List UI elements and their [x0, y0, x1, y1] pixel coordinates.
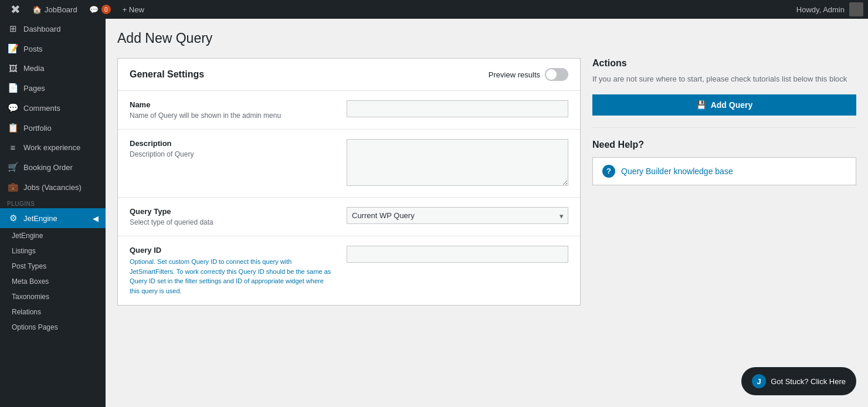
preview-results-label: Preview results [489, 70, 540, 79]
sidebar: ⊞ Dashboard 📝 Posts 🖼 Media 📄 Pages 💬 Co… [0, 19, 106, 407]
add-query-label: Add Query [711, 100, 753, 110]
sidebar-item-work-experience[interactable]: ≡ Work experience [0, 138, 106, 157]
description-textarea[interactable] [347, 139, 568, 186]
query-id-section: Query ID Optional. Set custom Query ID t… [118, 236, 580, 305]
name-sublabel: Name of Query will be shown in the admin… [130, 111, 335, 120]
sub-menu-label: Relations [12, 308, 41, 316]
query-id-input[interactable] [347, 246, 568, 263]
dashboard-icon: ⊞ [7, 23, 19, 34]
help-link-text: Query Builder knowledge base [621, 167, 733, 176]
description-section: Description Description of Query [118, 130, 580, 198]
site-name-link[interactable]: 🏠 JobBoard [26, 0, 83, 19]
home-icon: 🏠 [32, 5, 42, 14]
jobs-icon: 💼 [7, 182, 19, 192]
sidebar-item-comments[interactable]: 💬 Comments [0, 98, 106, 118]
name-input[interactable] [347, 100, 568, 117]
right-panel: Actions If you are not sure where to sta… [592, 58, 856, 306]
sub-menu-item-listings[interactable]: Listings [0, 243, 106, 259]
sub-menu-item-post-types[interactable]: Post Types [0, 259, 106, 274]
sub-menu-label: Options Pages [12, 323, 58, 331]
admin-avatar [849, 2, 863, 16]
comments-link[interactable]: 💬 0 [83, 0, 117, 19]
query-type-row: Query Type Select type of queried data C… [130, 207, 568, 226]
sidebar-item-portfolio[interactable]: 📋 Portfolio [0, 118, 106, 138]
sidebar-item-dashboard[interactable]: ⊞ Dashboard [0, 19, 106, 39]
sub-menu-item-jetengine[interactable]: JetEngine [0, 228, 106, 243]
work-experience-icon: ≡ [7, 143, 19, 152]
plugins-label: PLUGINS [0, 197, 106, 208]
query-type-label: Query Type [130, 207, 335, 216]
sidebar-item-jetengine[interactable]: ⚙ JetEngine ◀ [0, 208, 106, 228]
wp-logo-icon: ✖ [11, 2, 21, 16]
booking-icon: 🛒 [7, 162, 19, 172]
new-label: + New [123, 5, 144, 14]
name-section: Name Name of Query will be shown in the … [118, 91, 580, 130]
description-sublabel: Description of Query [130, 150, 335, 158]
settings-card: General Settings Preview results Name Na… [117, 58, 581, 306]
preview-results-toggle[interactable] [545, 68, 568, 81]
sidebar-item-label: Pages [23, 84, 45, 93]
settings-header: General Settings Preview results [118, 59, 580, 91]
sub-menu-item-relations[interactable]: Relations [0, 304, 106, 320]
description-label: Description [130, 139, 335, 148]
sidebar-item-label: Jobs (Vacancies) [23, 183, 82, 192]
description-row: Description Description of Query [130, 139, 568, 188]
sub-menu-item-options-pages[interactable]: Options Pages [0, 320, 106, 335]
main-content: Add New Query General Settings Preview r… [106, 19, 868, 407]
pages-icon: 📄 [7, 83, 19, 93]
query-type-input-col: Current WP Query WP_Query Get Terms Get … [347, 207, 568, 224]
sidebar-item-booking-order[interactable]: 🛒 Booking Order [0, 157, 106, 177]
name-row: Name Name of Query will be shown in the … [130, 100, 568, 120]
got-stuck-button[interactable]: J Got Stuck? Click Here [741, 367, 856, 395]
add-query-button[interactable]: 💾 Add Query [592, 94, 856, 116]
name-label-col: Name Name of Query will be shown in the … [130, 100, 335, 120]
sidebar-item-jobs[interactable]: 💼 Jobs (Vacancies) [0, 177, 106, 197]
description-input-col [347, 139, 568, 188]
query-type-label-col: Query Type Select type of queried data [130, 207, 335, 226]
name-input-col [347, 100, 568, 117]
query-type-section: Query Type Select type of queried data C… [118, 198, 580, 236]
actions-title: Actions [592, 58, 856, 69]
howdy-text: Howdy, Admin [792, 5, 849, 14]
comments-badge: 0 [101, 5, 111, 14]
actions-divider [592, 127, 856, 128]
sidebar-item-media[interactable]: 🖼 Media [0, 59, 106, 78]
posts-icon: 📝 [7, 43, 19, 54]
sub-menu-item-taxonomies[interactable]: Taxonomies [0, 289, 106, 304]
description-label-col: Description Description of Query [130, 139, 335, 158]
sidebar-item-pages[interactable]: 📄 Pages [0, 78, 106, 98]
comments-nav-icon: 💬 [7, 103, 19, 113]
admin-bar-right: Howdy, Admin [792, 2, 863, 16]
content-area: General Settings Preview results Name Na… [117, 58, 856, 306]
query-type-sublabel: Select type of queried data [130, 218, 335, 226]
layout: ⊞ Dashboard 📝 Posts 🖼 Media 📄 Pages 💬 Co… [0, 19, 868, 407]
query-id-row: Query ID Optional. Set custom Query ID t… [130, 246, 568, 296]
help-circle-icon: ? [602, 165, 615, 178]
got-stuck-label: Got Stuck? Click Here [771, 377, 846, 386]
preview-toggle: Preview results [489, 68, 568, 81]
got-stuck-icon: J [752, 374, 766, 388]
sub-menu-item-meta-boxes[interactable]: Meta Boxes [0, 274, 106, 289]
sidebar-item-label: JetEngine [23, 214, 57, 223]
left-panel: General Settings Preview results Name Na… [117, 58, 581, 306]
portfolio-icon: 📋 [7, 123, 19, 133]
query-type-select[interactable]: Current WP Query WP_Query Get Terms Get … [347, 207, 568, 224]
wp-logo-link[interactable]: ✖ [5, 0, 26, 19]
help-link-box[interactable]: ? Query Builder knowledge base [592, 157, 856, 185]
comments-icon: 💬 [89, 5, 99, 14]
save-icon: 💾 [696, 100, 706, 110]
sidebar-item-posts[interactable]: 📝 Posts [0, 39, 106, 59]
sub-menu-label: Taxonomies [12, 293, 49, 301]
media-icon: 🖼 [7, 63, 19, 73]
sidebar-item-label: Posts [23, 45, 43, 53]
sub-menu-label: Post Types [12, 262, 46, 270]
jetengine-icon: ⚙ [7, 213, 19, 223]
settings-title: General Settings [130, 69, 204, 80]
sidebar-item-label: Dashboard [23, 25, 61, 33]
query-id-label-col: Query ID Optional. Set custom Query ID t… [130, 246, 335, 296]
admin-bar-left: ✖ 🏠 JobBoard 💬 0 + New [5, 0, 150, 19]
sidebar-item-label: Booking Order [23, 163, 73, 172]
sub-menu-label: Meta Boxes [12, 277, 49, 286]
sub-menu-label: Listings [12, 247, 36, 255]
new-content-link[interactable]: + New [117, 0, 150, 19]
